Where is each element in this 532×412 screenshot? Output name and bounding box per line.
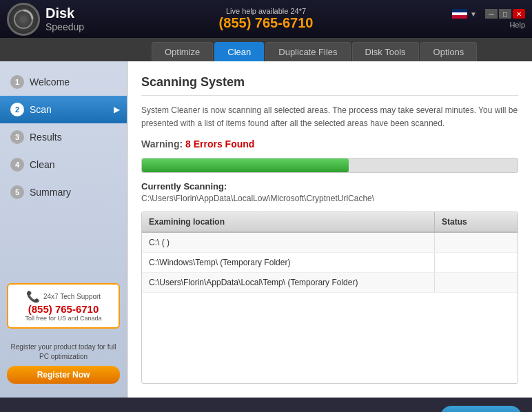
sidebar-item-scan[interactable]: 2 Scan ▶ xyxy=(0,96,127,123)
bottom-area: In the next step you will select the jun… xyxy=(0,398,532,412)
step-num-1: 1 xyxy=(10,75,24,89)
table-row: C:\ ( ) xyxy=(142,233,518,253)
scan-table: Examining location Status C:\ ( ) C:\Win… xyxy=(141,212,518,384)
main-area: 1 Welcome 2 Scan ▶ 3 Results 4 Clean 5 S… xyxy=(0,61,532,398)
arrow-icon: ▶ xyxy=(114,105,120,114)
row2-location: C:\Windows\Temp\ (Temporary Folder) xyxy=(142,253,435,272)
sidebar-label-clean: Clean xyxy=(30,159,55,170)
row3-status xyxy=(435,273,518,292)
tech-support-phone: (855) 765-6710 xyxy=(14,303,113,315)
tech-support-top: 📞 24x7 Tech Support xyxy=(14,290,113,303)
tab-options[interactable]: Options xyxy=(420,42,478,61)
content-description: System Cleaner is now scanning all selec… xyxy=(141,104,518,130)
warning-label: Warning: xyxy=(141,138,183,150)
tab-clean[interactable]: Clean xyxy=(214,42,264,61)
col-status: Status xyxy=(435,212,518,231)
currently-scanning-label: Currently Scanning: xyxy=(141,181,518,192)
top-bar: Disk Speedup Live help available 24*7 (8… xyxy=(0,0,532,38)
progress-bar-fill xyxy=(142,158,349,172)
help-center: Live help available 24*7 (855) 765-6710 xyxy=(219,7,314,31)
svg-point-1 xyxy=(20,16,27,23)
sidebar-label-welcome: Welcome xyxy=(30,76,70,87)
maximize-button[interactable]: □ xyxy=(499,9,511,19)
current-scan-path: C:\Users\Florin\AppData\LocalLow\Microso… xyxy=(141,194,518,203)
row3-location: C:\Users\Florin\AppData\Local\Temp\ (Tem… xyxy=(142,273,435,292)
scanning-status: Currently Scanning: C:\Users\Florin\AppD… xyxy=(141,181,518,203)
page-title: Scanning System xyxy=(141,75,518,96)
table-row: C:\Users\Florin\AppData\Local\Temp\ (Tem… xyxy=(142,273,518,293)
sidebar-item-summary[interactable]: 5 Summary xyxy=(0,178,127,206)
register-text: Register your product today for full PC … xyxy=(7,342,120,362)
close-button[interactable]: ✕ xyxy=(513,9,525,19)
sidebar-label-results: Results xyxy=(30,132,62,143)
table-header: Examining location Status xyxy=(142,212,518,233)
register-now-button[interactable]: Register Now xyxy=(7,366,120,384)
tech-support-label: 24x7 Tech Support xyxy=(43,293,101,300)
step-num-3: 3 xyxy=(10,130,24,144)
row2-status xyxy=(435,253,518,272)
content-area: Scanning System System Cleaner is now sc… xyxy=(127,61,532,398)
logo-disk: Disk xyxy=(45,5,84,21)
row1-location: C:\ ( ) xyxy=(142,233,435,252)
sidebar-item-results[interactable]: 3 Results xyxy=(0,123,127,151)
sidebar-item-welcome[interactable]: 1 Welcome xyxy=(0,68,127,96)
help-link[interactable]: Help xyxy=(509,21,525,29)
flag-icon xyxy=(452,9,467,19)
col-location: Examining location xyxy=(142,212,435,231)
warning-message: Warning: 8 Errors Found xyxy=(141,138,518,150)
logo-area: Disk Speedup xyxy=(7,3,84,36)
step-num-5: 5 xyxy=(10,185,24,199)
row1-status xyxy=(435,233,518,252)
sidebar-item-clean[interactable]: 4 Clean xyxy=(0,151,127,178)
logo-speedup: Speedup xyxy=(45,21,84,33)
window-controls-area: ▼ ─ □ ✕ Help xyxy=(452,9,525,29)
sidebar-label-scan: Scan xyxy=(30,104,52,115)
live-help-text: Live help available 24*7 xyxy=(219,7,314,15)
register-box: Register your product today for full PC … xyxy=(0,336,127,391)
progress-bar-background xyxy=(141,158,518,173)
step-num-4: 4 xyxy=(10,158,24,172)
minimize-button[interactable]: ─ xyxy=(485,9,498,19)
logo-icon xyxy=(7,3,40,36)
tab-optimize[interactable]: Optimize xyxy=(152,42,213,61)
phone-number: (855) 765-6710 xyxy=(219,15,314,31)
warning-value: 8 Errors Found xyxy=(185,138,254,150)
phone-icon: 📞 xyxy=(26,290,40,303)
stop-scan-button[interactable]: Stop Scan xyxy=(440,406,522,413)
tech-support-box: 📞 24x7 Tech Support (855) 765-6710 Toll … xyxy=(7,283,120,329)
table-row: C:\Windows\Temp\ (Temporary Folder) xyxy=(142,253,518,273)
sidebar-label-summary: Summary xyxy=(30,187,71,198)
tab-disk-tools[interactable]: Disk Tools xyxy=(352,42,419,61)
nav-tabs: Optimize Clean Duplicate Files Disk Tool… xyxy=(0,38,532,61)
tab-duplicate-files[interactable]: Duplicate Files xyxy=(265,42,350,61)
sidebar: 1 Welcome 2 Scan ▶ 3 Results 4 Clean 5 S… xyxy=(0,61,127,398)
tech-support-toll: Toll free for US and Canada xyxy=(14,315,113,322)
logo-text: Disk Speedup xyxy=(45,5,84,33)
step-num-2: 2 xyxy=(10,103,24,116)
